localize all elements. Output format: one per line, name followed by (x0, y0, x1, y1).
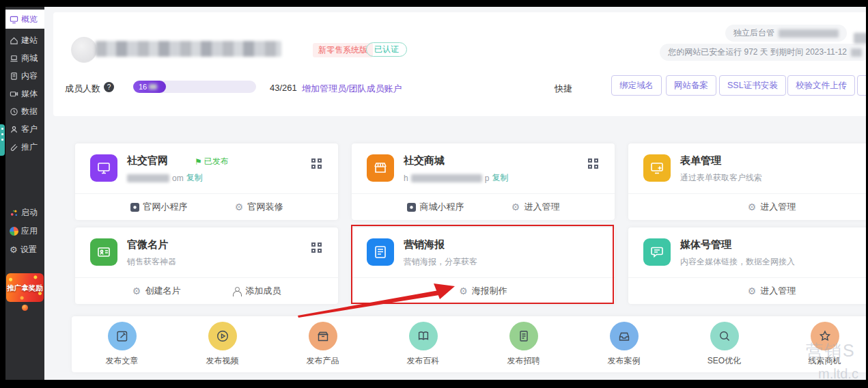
enter-manage-action[interactable]: ⚙ 进入管理 (748, 285, 796, 297)
site-url-row: om 复制 (127, 172, 203, 184)
publish-label: 发布视频 (206, 355, 239, 367)
gear-icon: ⚙ (235, 202, 244, 212)
sidebar-item-mall[interactable]: 商城 (5, 49, 44, 67)
inbox-icon (617, 329, 631, 343)
qr-code-icon[interactable] (588, 158, 598, 169)
sidebar-item-label: 设置 (20, 244, 37, 255)
card-marketing-poster: 营销海报 营销海报，分享获客 ⚙ 海报制作 (352, 227, 615, 304)
play-video-icon (216, 329, 229, 343)
paperclip-icon (10, 143, 18, 152)
url-prefix: h (404, 174, 408, 183)
enter-manage-action[interactable]: ⚙ 进入管理 (512, 201, 560, 213)
qr-code-icon[interactable] (311, 242, 322, 253)
create-card-action[interactable]: ⚙ 创建名片 (132, 285, 181, 297)
publish-recruit[interactable]: 发布招聘 (473, 322, 574, 367)
sidebar-item-label: 数据 (21, 106, 38, 117)
card-social-website: 社交官网 ⚑已发布 om 复制 官网小程序 ⚙ 官网装修 (75, 143, 338, 220)
header-card: 新零售系统版 已认证 独立后台管 您的网站已安全运行 972 天 到期时间 20… (53, 12, 866, 116)
card-subtitle: 销售获客神器 (127, 256, 176, 268)
action-label: 进入管理 (760, 285, 796, 297)
copy-url-link[interactable]: 复制 (186, 172, 203, 184)
site-decorate-action[interactable]: ⚙ 官网装修 (235, 201, 283, 213)
sidebar-item-promotion[interactable]: 推广 (5, 138, 44, 156)
publish-wiki[interactable]: 发布百科 (373, 322, 473, 367)
sidebar-item-launch[interactable]: 启动 (5, 204, 44, 221)
redacted-text (779, 29, 839, 38)
publish-article[interactable]: 发布文章 (72, 322, 172, 367)
publish-product[interactable]: 发布产品 (272, 322, 373, 367)
action-label: 官网小程序 (143, 201, 188, 213)
members-count-label: 成员人数 (65, 83, 100, 95)
copy-url-link[interactable]: 复制 (492, 172, 508, 184)
form-app-icon (643, 154, 671, 182)
quick-actions-label: 快捷 (555, 83, 572, 95)
card-title: 社交商城 (404, 154, 445, 167)
seo-optimize[interactable]: SEO优化 (674, 322, 774, 367)
mall-app-icon (367, 154, 394, 182)
add-member-action[interactable]: 添加成员 (232, 285, 281, 297)
redacted-url (411, 174, 482, 182)
package-icon (316, 329, 330, 343)
sidebar-item-label: 客户 (21, 124, 38, 135)
gear-icon: ⚙ (748, 286, 757, 296)
sidebar-item-content[interactable]: 内容 (5, 67, 44, 85)
members-progress-fill: 16 (133, 81, 166, 93)
poster-create-action[interactable]: ⚙ 海报制作 (459, 285, 507, 297)
qr-code-icon[interactable] (311, 158, 322, 169)
card-subtitle: 营销海报，分享获客 (404, 256, 477, 268)
promotion-reward-banner[interactable]: 推广拿奖励 (6, 273, 44, 302)
namecard-app-icon (90, 238, 117, 266)
site-filing-button[interactable]: 网站备案 (666, 75, 716, 96)
card-actions: 官网小程序 ⚙ 官网装修 (75, 193, 338, 220)
laptop-icon (10, 54, 18, 63)
leads-opportunity[interactable]: 线索商机 (774, 322, 866, 367)
bind-domain-button[interactable]: 绑定域名 (611, 75, 662, 96)
id-card-icon (96, 245, 111, 260)
card-title: 社交官网 (127, 154, 168, 167)
redacted-text (851, 48, 862, 57)
sidebar-item-label: 内容 (21, 70, 38, 82)
sidebar-item-data[interactable]: 数据 (5, 102, 44, 120)
published-status: ⚑已发布 (195, 156, 229, 167)
action-label: 商城小程序 (420, 201, 464, 213)
gear-icon: ⚙ (512, 202, 520, 212)
main-content: 新零售系统版 已认证 独立后台管 您的网站已安全运行 972 天 到期时间 20… (44, 7, 866, 380)
mall-mini-program-action[interactable]: 商城小程序 (407, 201, 464, 213)
subtitle-text: 通过表单获取客户线索 (680, 172, 762, 184)
verify-file-upload-button[interactable]: 校验文件上传 (787, 75, 855, 96)
card-actions: 商城小程序 ⚙ 进入管理 (352, 193, 615, 220)
storefront-icon (373, 161, 388, 176)
open-book-icon (417, 329, 430, 343)
floating-edge-widget[interactable] (0, 124, 5, 156)
mini-program-action[interactable]: 官网小程序 (130, 201, 188, 213)
sidebar-item-settings[interactable]: ⚙ 设置 (5, 240, 44, 258)
resume-doc-icon (517, 329, 531, 343)
ssl-install-button[interactable]: SSL证书安装 (719, 75, 786, 96)
add-members-link[interactable]: 增加管理员/团队成员账户 (302, 83, 402, 95)
mini-app-icon (130, 203, 139, 212)
document-icon (10, 72, 18, 81)
sidebar-item-site[interactable]: 建站 (5, 31, 44, 49)
magnifier-icon (718, 329, 731, 343)
cutoff-quick-button[interactable]: 开 (857, 75, 866, 96)
publish-label: 发布产品 (307, 355, 339, 367)
monitor-plus-icon (649, 161, 664, 176)
sidebar-item-label: 启动 (21, 207, 38, 219)
publish-video[interactable]: 发布视频 (172, 322, 272, 367)
apps-icon (10, 227, 18, 236)
sidebar-item-customers[interactable]: 客户 (5, 120, 44, 138)
sidebar-item-media[interactable]: 媒体 (5, 85, 44, 102)
redacted-url (127, 174, 169, 182)
edition-badge: 新零售系统版 (313, 43, 373, 57)
sidebar-item-apps[interactable]: 应用 (5, 222, 44, 240)
publish-case[interactable]: 发布案例 (574, 322, 674, 367)
enter-manage-action[interactable]: ⚙ 进入管理 (748, 201, 796, 213)
person-icon (10, 125, 18, 134)
sidebar-item-overview[interactable]: 概览 (5, 10, 44, 29)
sidebar-item-label: 媒体 (21, 88, 38, 100)
help-icon[interactable]: ? (104, 82, 114, 92)
overview-icon (10, 15, 18, 24)
sidebar-item-label: 应用 (21, 225, 38, 237)
card-title: 官微名片 (127, 238, 168, 251)
person-icon (232, 287, 241, 296)
